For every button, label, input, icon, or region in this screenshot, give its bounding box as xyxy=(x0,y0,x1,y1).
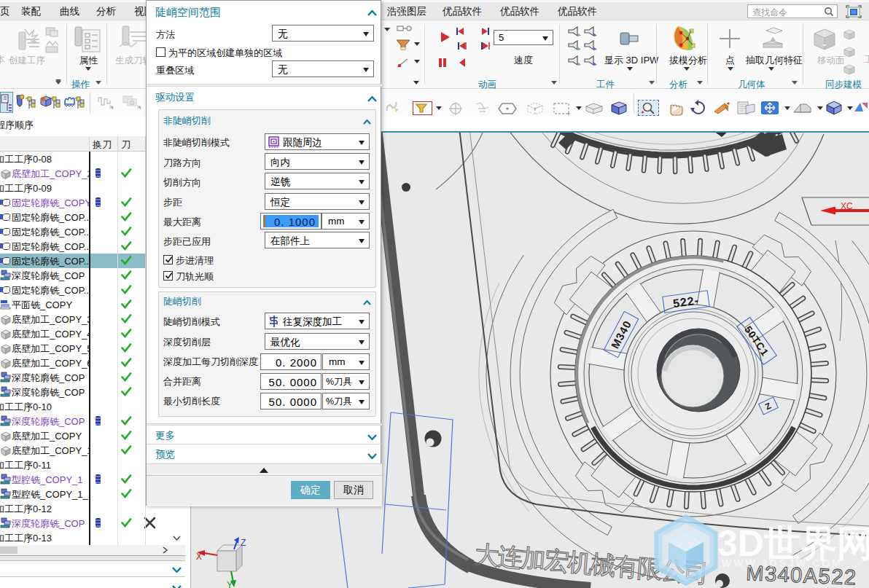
svg-text:Z: Z xyxy=(241,538,246,548)
svg-text:Y: Y xyxy=(227,580,233,588)
svg-text:WWW.3DSJW.COM: WWW.3DSJW.COM xyxy=(722,557,843,569)
svg-text:XC: XC xyxy=(841,201,853,211)
svg-text:X: X xyxy=(196,552,202,562)
